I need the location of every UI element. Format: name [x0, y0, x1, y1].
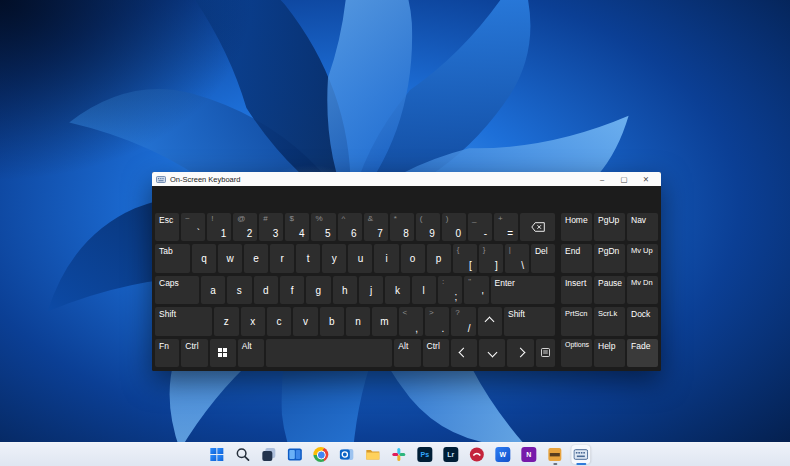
key-backtick[interactable]: ~` [181, 213, 205, 241]
key-comma[interactable]: <, [399, 307, 423, 335]
key-backspace[interactable] [520, 213, 555, 241]
orange-app-icon[interactable] [545, 445, 564, 464]
key-fn[interactable]: Fn [155, 339, 179, 367]
key-x[interactable]: x [241, 307, 265, 335]
key-pgup[interactable]: PgUp [594, 213, 625, 241]
key-s[interactable]: s [227, 276, 251, 304]
key-menu[interactable] [536, 339, 555, 367]
key-ctrl-right[interactable]: Ctrl [423, 339, 449, 367]
search-icon[interactable] [233, 445, 252, 464]
key-q[interactable]: q [192, 244, 216, 272]
on-screen-keyboard-icon[interactable] [571, 445, 590, 464]
key-del[interactable]: Del [531, 244, 555, 272]
key-arrow-right[interactable] [507, 339, 533, 367]
key-4[interactable]: $4 [285, 213, 309, 241]
key-mvdn[interactable]: Mv Dn [627, 276, 658, 304]
key-pause[interactable]: Pause [594, 276, 625, 304]
key-arrow-down[interactable] [479, 339, 505, 367]
key-i[interactable]: i [374, 244, 398, 272]
key-0[interactable]: )0 [442, 213, 466, 241]
onenote-icon[interactable]: N [519, 445, 538, 464]
photoshop-icon[interactable]: Ps [415, 445, 434, 464]
slack-icon[interactable] [389, 445, 408, 464]
key-5[interactable]: %5 [311, 213, 335, 241]
key-shift-left[interactable]: Shift [155, 307, 212, 335]
key-g[interactable]: g [306, 276, 330, 304]
key-quote[interactable]: "' [464, 276, 488, 304]
key-semicolon[interactable]: :; [438, 276, 462, 304]
key-6[interactable]: ^6 [338, 213, 362, 241]
key-minus[interactable]: _- [468, 213, 492, 241]
file-explorer-icon[interactable] [363, 445, 382, 464]
key-pgdn[interactable]: PgDn [594, 244, 625, 272]
key-bracket-close[interactable]: }] [479, 244, 503, 272]
key-scrlk[interactable]: ScrLk [594, 307, 625, 335]
widgets-icon[interactable] [285, 445, 304, 464]
key-period[interactable]: >. [425, 307, 449, 335]
key-8[interactable]: *8 [390, 213, 414, 241]
key-arrow-up[interactable] [478, 307, 502, 335]
key-1[interactable]: !1 [207, 213, 231, 241]
task-view-icon[interactable] [259, 445, 278, 464]
key-7[interactable]: &7 [364, 213, 388, 241]
key-e[interactable]: e [244, 244, 268, 272]
key-b[interactable]: b [320, 307, 344, 335]
key-w[interactable]: w [218, 244, 242, 272]
key-alt-right[interactable]: Alt [394, 339, 420, 367]
key-enter[interactable]: Enter [491, 276, 555, 304]
key-f[interactable]: f [280, 276, 304, 304]
key-m[interactable]: m [372, 307, 396, 335]
key-a[interactable]: a [201, 276, 225, 304]
key-win[interactable] [210, 339, 236, 367]
key-nav[interactable]: Nav [627, 213, 658, 241]
key-3[interactable]: #3 [259, 213, 283, 241]
key-2[interactable]: @2 [233, 213, 257, 241]
key-help[interactable]: Help [594, 339, 625, 367]
key-end[interactable]: End [561, 244, 592, 272]
key-tab[interactable]: Tab [155, 244, 190, 272]
minimize-button[interactable]: – [591, 172, 613, 186]
key-home[interactable]: Home [561, 213, 592, 241]
key-arrow-left[interactable] [451, 339, 477, 367]
key-p[interactable]: p [427, 244, 451, 272]
word-icon[interactable]: W [493, 445, 512, 464]
key-c[interactable]: c [267, 307, 291, 335]
key-esc[interactable]: Esc [155, 213, 179, 241]
key-equals[interactable]: += [494, 213, 518, 241]
start-icon[interactable] [207, 445, 226, 464]
chrome-icon[interactable] [311, 445, 330, 464]
key-y[interactable]: y [322, 244, 346, 272]
key-ctrl-left[interactable]: Ctrl [181, 339, 207, 367]
key-n[interactable]: n [346, 307, 370, 335]
key-backslash[interactable]: |\ [505, 244, 529, 272]
key-l[interactable]: l [412, 276, 436, 304]
key-slash[interactable]: ?/ [451, 307, 475, 335]
maximize-button[interactable]: ▢ [613, 172, 635, 186]
key-bracket-open[interactable]: {[ [453, 244, 477, 272]
key-u[interactable]: u [348, 244, 372, 272]
key-k[interactable]: k [385, 276, 409, 304]
key-insert[interactable]: Insert [561, 276, 592, 304]
key-d[interactable]: d [254, 276, 278, 304]
key-fade[interactable]: Fade [627, 339, 658, 367]
key-options[interactable]: Options [561, 339, 592, 367]
key-o[interactable]: o [401, 244, 425, 272]
osk-titlebar[interactable]: On-Screen Keyboard – ▢ ✕ [152, 172, 661, 186]
red-circle-app-icon[interactable] [467, 445, 486, 464]
key-alt-left[interactable]: Alt [238, 339, 264, 367]
key-caps[interactable]: Caps [155, 276, 199, 304]
key-z[interactable]: z [214, 307, 238, 335]
key-mvup[interactable]: Mv Up [627, 244, 658, 272]
outlook-icon[interactable] [337, 445, 356, 464]
close-button[interactable]: ✕ [635, 172, 657, 186]
key-h[interactable]: h [333, 276, 357, 304]
key-r[interactable]: r [270, 244, 294, 272]
key-shift-right[interactable]: Shift [504, 307, 555, 335]
key-9[interactable]: (9 [416, 213, 440, 241]
key-t[interactable]: t [296, 244, 320, 272]
lightroom-icon[interactable]: Lr [441, 445, 460, 464]
key-dock[interactable]: Dock [627, 307, 658, 335]
key-j[interactable]: j [359, 276, 383, 304]
key-space[interactable] [266, 339, 392, 367]
key-v[interactable]: v [293, 307, 317, 335]
